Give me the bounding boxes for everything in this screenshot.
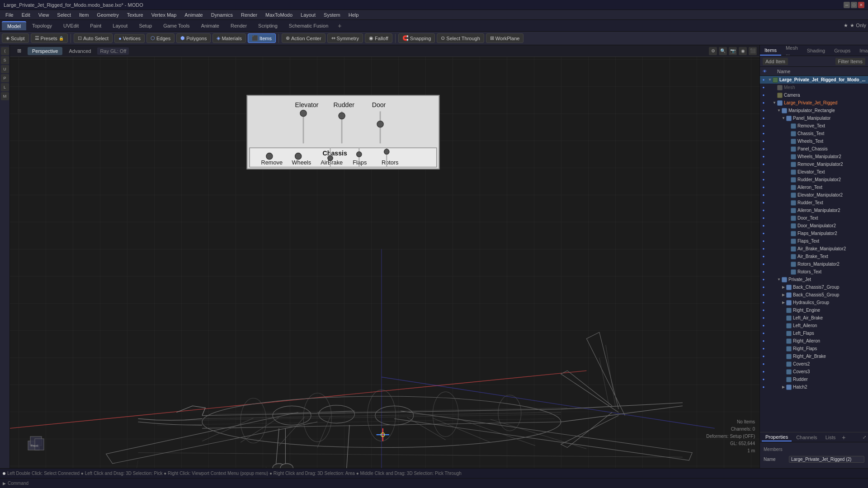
expand-arrow-hydraulics[interactable]: ▶: [781, 299, 786, 306]
vis-icon-left_airbrake[interactable]: ●: [760, 314, 767, 322]
vis-icon-rudder_text[interactable]: ●: [760, 199, 767, 206]
maximize-button[interactable]: □: [851, 2, 857, 8]
tab-topology[interactable]: Topology: [27, 22, 57, 30]
vis-icon-back_chassis5[interactable]: ●: [760, 291, 767, 299]
tree-item-right_airbrake[interactable]: ●Right_Air_Brake: [760, 352, 868, 360]
tree-item-back_chassis7[interactable]: ●▶Back_Chassis7_Group: [760, 283, 868, 291]
tree-item-back_chassis5[interactable]: ●▶Back_Chassis5_Group: [760, 291, 868, 299]
expand-arrow-back_chassis7[interactable]: ▶: [781, 283, 786, 291]
tree-item-left_airbrake[interactable]: ●Left_Air_Brake: [760, 314, 868, 322]
menu-item-edit[interactable]: Edit: [18, 11, 34, 19]
raygl-toggle[interactable]: Ray GL: Off: [97, 47, 129, 55]
menu-item-geometry[interactable]: Geometry: [93, 11, 122, 19]
tab-paint[interactable]: Paint: [85, 22, 107, 30]
tree-item-right_engine[interactable]: ●Right_Engine: [760, 306, 868, 314]
tree-item-remove_manip2[interactable]: ●Remove_Manipulator2: [760, 160, 868, 168]
vis-icon-covers3[interactable]: ●: [760, 368, 767, 375]
tab-layout[interactable]: Layout: [107, 22, 133, 30]
command-input[interactable]: [8, 481, 865, 486]
menu-item-layout[interactable]: Layout: [297, 11, 319, 19]
tree-item-root[interactable]: ●▼Large_Private_Jet_Rigged_for_Modo_...: [760, 76, 868, 84]
tree-item-rotors_text[interactable]: ●Rotors_Text: [760, 268, 868, 276]
vis-icon-private_jet[interactable]: ●: [760, 276, 767, 283]
tree-item-rotors_manip2[interactable]: ●Rotors_Manipulator2: [760, 260, 868, 268]
tree-item-hydraulics[interactable]: ●▶Hydraulics_Group: [760, 299, 868, 306]
vis-icon-aileron_text[interactable]: ●: [760, 183, 767, 191]
menu-item-select[interactable]: Select: [53, 11, 75, 19]
menu-item-animate[interactable]: Animate: [181, 11, 206, 19]
tree-item-covers2[interactable]: ●Covers2: [760, 360, 868, 368]
vis-icon-wheels_manip2[interactable]: ●: [760, 153, 767, 160]
tree-item-hatch2[interactable]: ●▶Hatch2: [760, 383, 868, 391]
add-item-button[interactable]: Add Item: [763, 58, 788, 65]
expand-arrow-back_chassis5[interactable]: ▶: [781, 291, 786, 299]
tab-model[interactable]: Model: [2, 21, 26, 30]
tree-item-aileron_manip2[interactable]: ●Aileron_Manipulator2: [760, 206, 868, 214]
vis-icon-mesh[interactable]: ●: [760, 84, 767, 91]
snapping-button[interactable]: 🧲 Snapping: [398, 33, 435, 43]
filter-items-button[interactable]: Filter Items: [835, 58, 865, 65]
properties-tab[interactable]: Properties: [762, 433, 792, 441]
vis-icon-elevator_text[interactable]: ●: [760, 168, 767, 176]
tree-item-aileron_text[interactable]: ●Aileron_Text: [760, 183, 868, 191]
tab-gametools[interactable]: Game Tools: [158, 22, 195, 30]
vis-icon-hydraulics[interactable]: ●: [760, 299, 767, 306]
expand-arrow-private_jet[interactable]: ▼: [776, 276, 782, 283]
vis-icon-chassis_text[interactable]: ●: [760, 130, 767, 137]
tree-item-chassis_text[interactable]: ●Chassis_Text: [760, 130, 868, 137]
tree-item-right_aileron[interactable]: ●Right_Aileron: [760, 337, 868, 345]
vis-icon-remove_manip2[interactable]: ●: [760, 160, 767, 168]
vis-icon-covers2[interactable]: ●: [760, 360, 767, 368]
expand-arrow-jet_rigged[interactable]: ▼: [772, 99, 777, 107]
camera-icon[interactable]: 📷: [729, 47, 737, 55]
tab-scripting[interactable]: Scripting: [253, 22, 283, 30]
tree-item-wheels_manip2[interactable]: ●Wheels_Manipulator2: [760, 153, 868, 160]
menu-item-render[interactable]: Render: [237, 11, 261, 19]
menu-item-help[interactable]: Help: [345, 11, 363, 19]
vis-icon-rotors_manip2[interactable]: ●: [760, 260, 767, 268]
vis-icon-right_engine[interactable]: ●: [760, 306, 767, 314]
autoselect-button[interactable]: ⊡ Auto Select: [74, 33, 113, 43]
tree-item-airbrake_text[interactable]: ●Air_Brake_Text: [760, 253, 868, 260]
tree-item-camera[interactable]: ●Camera: [760, 91, 868, 99]
tree-item-rudder_manip2[interactable]: ●Rudder_Manipulator2: [760, 176, 868, 183]
properties-add-button[interactable]: +: [840, 434, 847, 441]
selectthrough-button[interactable]: ⊙ Select Through: [437, 33, 484, 43]
tree-item-mesh[interactable]: ●Mesh: [760, 84, 868, 91]
vis-icon-manip_rect[interactable]: ●: [760, 107, 767, 114]
menu-item-file[interactable]: File: [2, 11, 17, 19]
tab-images[interactable]: Images: [855, 46, 868, 55]
vis-icon-rotors_text[interactable]: ●: [760, 268, 767, 276]
tree-item-panel_chassis[interactable]: ●Panel_Chassis: [760, 145, 868, 153]
tab-items[interactable]: Items: [760, 46, 781, 56]
zoom-icon[interactable]: 🔍: [719, 47, 727, 55]
tree-item-left_flaps[interactable]: ●Left_Flaps: [760, 329, 868, 337]
tree-item-remove_text[interactable]: ●Remove_Text: [760, 122, 868, 130]
expand-arrow-root[interactable]: ▼: [767, 76, 773, 84]
tab-schematic[interactable]: Schematic Fusion: [283, 22, 334, 30]
tab-uvedit[interactable]: UVEdit: [58, 22, 84, 30]
sculpt-button[interactable]: ◈ Sculpt: [2, 33, 29, 43]
tree-item-elevator_text[interactable]: ●Elevator_Text: [760, 168, 868, 176]
vis-icon-root[interactable]: ●: [760, 76, 767, 84]
tree-item-manip_rect[interactable]: ●▼Manipulator_Rectangle: [760, 107, 868, 114]
name-prop-input[interactable]: [789, 456, 864, 463]
vis-icon-left_flaps[interactable]: ●: [760, 329, 767, 337]
viewport[interactable]: Elevator Rudder Door Chassis Remove Whee…: [10, 45, 760, 468]
overlay-icon[interactable]: ◉: [739, 47, 747, 55]
view-options-icon[interactable]: ⬛: [749, 47, 757, 55]
advanced-tab[interactable]: Advanced: [64, 47, 95, 55]
tab-shading[interactable]: Shading: [802, 46, 830, 55]
vis-icon-camera[interactable]: ●: [760, 91, 767, 99]
tree-item-panel_manip[interactable]: ●▼Panel_Manipulator: [760, 114, 868, 122]
expand-arrow-hatch2[interactable]: ▶: [781, 383, 786, 391]
tab-setup[interactable]: Setup: [133, 22, 157, 30]
vis-icon-left_aileron[interactable]: ●: [760, 322, 767, 329]
left-panel-btn-6[interactable]: M: [1, 92, 9, 100]
falloff-button[interactable]: ◉ Falloff: [365, 33, 392, 43]
tree-item-covers3[interactable]: ●Covers3: [760, 368, 868, 375]
tab-animate[interactable]: Animate: [196, 22, 225, 30]
tree-item-elevator_manip2[interactable]: ●Elevator_Manipulator2: [760, 191, 868, 199]
tree-item-flaps_manip2[interactable]: ●Flaps_Manipulator2: [760, 230, 868, 237]
vis-icon-panel_chassis[interactable]: ●: [760, 145, 767, 153]
